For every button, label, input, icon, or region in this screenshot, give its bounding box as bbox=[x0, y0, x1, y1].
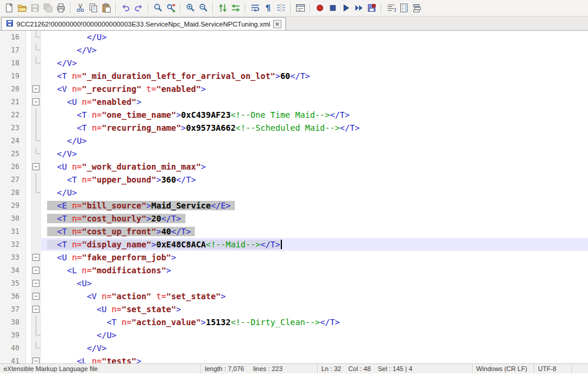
fold-collapse-button[interactable] bbox=[31, 95, 41, 108]
bookmark-margin[interactable] bbox=[26, 303, 31, 316]
function-list-icon[interactable]: f bbox=[385, 2, 397, 14]
code-text[interactable]: <U n="_work_duration_min_max"> bbox=[41, 160, 588, 173]
code-text[interactable]: </U> bbox=[41, 186, 588, 199]
replace-icon[interactable] bbox=[165, 2, 177, 14]
code-text[interactable]: <T n="one_time_name">0xC439AF23<!--One T… bbox=[41, 108, 588, 121]
code-text[interactable]: </V> bbox=[41, 57, 588, 69]
document-list-icon[interactable] bbox=[411, 2, 423, 14]
new-file-icon[interactable] bbox=[3, 2, 15, 14]
udl-dialog-icon[interactable] bbox=[294, 2, 306, 14]
save-icon[interactable] bbox=[29, 2, 41, 14]
bookmark-margin[interactable] bbox=[26, 290, 31, 303]
bookmark-margin[interactable] bbox=[26, 342, 31, 355]
paste-icon[interactable] bbox=[100, 2, 112, 14]
fold-margin bbox=[31, 225, 41, 238]
code-text[interactable]: <V n="_recurring" t="enabled"> bbox=[41, 82, 588, 95]
show-all-characters-icon[interactable]: ¶ bbox=[262, 2, 274, 14]
bookmark-margin[interactable] bbox=[26, 186, 31, 199]
word-wrap-icon[interactable] bbox=[249, 2, 261, 14]
record-macro-icon[interactable] bbox=[314, 2, 325, 14]
code-text[interactable]: </U> bbox=[41, 329, 588, 342]
fold-collapse-button[interactable] bbox=[31, 290, 41, 303]
redo-icon[interactable] bbox=[132, 2, 144, 14]
toolbar-separator bbox=[70, 3, 71, 14]
fold-margin bbox=[31, 329, 41, 342]
playback-macro-icon[interactable] bbox=[340, 2, 351, 14]
bookmark-margin[interactable] bbox=[26, 147, 31, 160]
bookmark-margin[interactable] bbox=[26, 316, 31, 329]
code-text[interactable]: </U> bbox=[41, 134, 588, 147]
fold-collapse-button[interactable] bbox=[31, 303, 41, 316]
save-macro-icon[interactable] bbox=[366, 2, 377, 14]
code-line: 17 </V> bbox=[0, 44, 588, 57]
code-text[interactable]: <T n="upper_bound">360</T> bbox=[41, 173, 588, 186]
code-text[interactable]: <V n="action" t="set_state"> bbox=[41, 290, 588, 303]
code-text[interactable]: </U> bbox=[41, 31, 588, 44]
bookmark-margin[interactable] bbox=[26, 108, 31, 121]
code-text[interactable]: <T n="_min_duration_left_for_arrival_on_… bbox=[41, 69, 588, 82]
zoom-out-icon[interactable] bbox=[197, 2, 209, 14]
undo-icon[interactable] bbox=[119, 2, 131, 14]
bookmark-margin[interactable] bbox=[26, 264, 31, 277]
bookmark-margin[interactable] bbox=[26, 82, 31, 95]
code-text[interactable]: <T n="cost_hourly">20</T> bbox=[41, 212, 588, 225]
code-line: 40 </V> bbox=[0, 342, 588, 355]
code-text[interactable]: </V> bbox=[41, 147, 588, 160]
code-text[interactable]: <T n="action_value">15132<!--Dirty_Clean… bbox=[41, 316, 588, 329]
code-text[interactable]: <U n="fake_perform_job"> bbox=[41, 251, 588, 264]
document-map-icon[interactable] bbox=[398, 2, 410, 14]
bookmark-margin[interactable] bbox=[26, 95, 31, 108]
tab-close-icon[interactable] bbox=[273, 20, 281, 28]
copy-icon[interactable] bbox=[87, 2, 99, 14]
bookmark-margin[interactable] bbox=[26, 199, 31, 212]
bookmark-margin[interactable] bbox=[26, 69, 31, 82]
code-text[interactable]: <T n="recurring_name">0x9573A662<!--Sche… bbox=[41, 121, 588, 134]
bookmark-margin[interactable] bbox=[26, 121, 31, 134]
bookmark-margin[interactable] bbox=[26, 160, 31, 173]
print-icon[interactable] bbox=[55, 2, 67, 14]
code-text[interactable]: <U n="set_state"> bbox=[41, 303, 588, 316]
fold-collapse-button[interactable] bbox=[31, 277, 41, 290]
open-file-icon[interactable] bbox=[16, 2, 28, 14]
run-macro-multiple-icon[interactable] bbox=[353, 2, 364, 14]
sync-vertical-icon[interactable] bbox=[217, 2, 228, 14]
fold-margin bbox=[31, 108, 41, 121]
bookmark-margin[interactable] bbox=[26, 212, 31, 225]
fold-collapse-button[interactable] bbox=[31, 355, 41, 363]
code-text[interactable]: <E n="bill_source">Maid_Service</E> bbox=[41, 199, 588, 212]
cut-icon[interactable] bbox=[74, 2, 86, 14]
bookmark-margin[interactable] bbox=[26, 225, 31, 238]
editor[interactable]: 16 </U>17 </V>18 </V>19 <T n="_min_durat… bbox=[0, 31, 588, 363]
sync-horizontal-icon[interactable] bbox=[230, 2, 241, 14]
find-icon[interactable] bbox=[152, 2, 164, 14]
code-text[interactable]: <U> bbox=[41, 277, 588, 290]
save-all-icon[interactable] bbox=[42, 2, 54, 14]
code-text[interactable]: <L n="tests"> bbox=[41, 355, 588, 363]
bookmark-margin[interactable] bbox=[26, 329, 31, 342]
bookmark-margin[interactable] bbox=[26, 277, 31, 290]
fold-collapse-button[interactable] bbox=[31, 160, 41, 173]
fold-collapse-button[interactable] bbox=[31, 264, 41, 277]
line-number: 20 bbox=[0, 82, 26, 95]
code-text[interactable]: <L n="modifications"> bbox=[41, 264, 588, 277]
zoom-in-icon[interactable] bbox=[184, 2, 196, 14]
bookmark-margin[interactable] bbox=[26, 251, 31, 264]
code-text[interactable]: <U n="enabled"> bbox=[41, 95, 588, 108]
indent-guide-icon[interactable] bbox=[275, 2, 287, 14]
fold-collapse-button[interactable] bbox=[31, 251, 41, 264]
bookmark-margin[interactable] bbox=[26, 57, 31, 69]
bookmark-margin[interactable] bbox=[26, 31, 31, 44]
code-text[interactable]: </V> bbox=[41, 44, 588, 57]
bookmark-margin[interactable] bbox=[26, 173, 31, 186]
bookmark-margin[interactable] bbox=[26, 355, 31, 363]
bookmark-margin[interactable] bbox=[26, 134, 31, 147]
bookmark-margin[interactable] bbox=[26, 238, 31, 251]
fold-collapse-button[interactable] bbox=[31, 82, 41, 95]
status-cursor-position: Ln : 32 Col : 48 Sel : 145 | 4 bbox=[318, 364, 473, 373]
stop-macro-icon[interactable] bbox=[327, 2, 338, 14]
code-text[interactable]: <T n="cost_up_front">40</T> bbox=[41, 225, 588, 238]
tab-document[interactable]: 9CC21262!00000000!0000000000003E33.Servi… bbox=[1, 17, 286, 30]
bookmark-margin[interactable] bbox=[26, 44, 31, 57]
code-text[interactable]: <T n="display_name">0xE48C8ACA<!--Maid--… bbox=[41, 238, 588, 251]
code-text[interactable]: </V> bbox=[41, 342, 588, 355]
